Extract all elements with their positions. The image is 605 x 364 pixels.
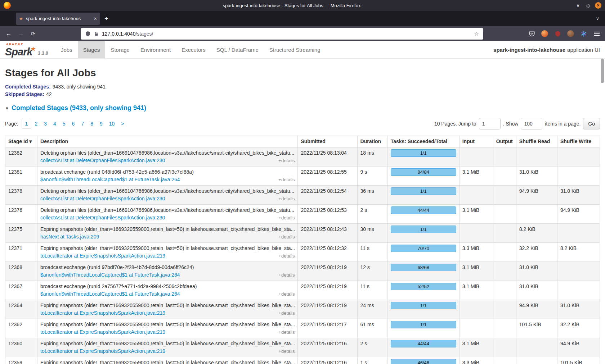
nav-item-executors[interactable]: Executors [176,41,211,58]
callsite-link[interactable]: toLocalIterator at ExpireSnapshotsSparkA… [40,252,165,260]
details-toggle[interactable]: +details [278,252,295,260]
shuffle-write-cell: 31.0 KiB [557,186,600,205]
details-toggle[interactable]: +details [278,195,295,203]
items-per-page-input[interactable] [521,118,542,129]
tasks-cell: 70/70 [387,243,459,262]
callsite-link[interactable]: collectAsList at DeleteOrphanFilesSparkA… [40,214,165,222]
new-tab-button[interactable]: + [104,15,108,23]
nav-item-storage[interactable]: Storage [105,41,135,58]
pinwheel-extension-icon[interactable] [579,29,588,38]
callsite-link[interactable]: $anonfun$withThreadLocalCaptured$1 at Fu… [40,176,180,183]
details-toggle[interactable]: +details [278,214,295,222]
nav-item-structured-streaming[interactable]: Structured Streaming [264,41,326,58]
page-link[interactable]: 8 [87,119,97,128]
page-link[interactable]: 3 [41,119,50,128]
page-link[interactable]: > [118,119,127,128]
reload-button[interactable]: ⟳ [28,29,38,39]
nav-item-jobs[interactable]: Jobs [55,41,78,58]
details-toggle[interactable]: +details [278,176,295,183]
nav-item-stages[interactable]: Stages [78,41,106,58]
input-cell: 3.1 MiB [459,338,493,357]
nav-item-sql-dataframe[interactable]: SQL / DataFrame [211,41,264,58]
completed-stages-section-header[interactable]: ▼ Completed Stages (9433, only showing 9… [5,104,600,112]
callsite-link[interactable]: toLocalIterator at ExpireSnapshotsSparkA… [40,347,165,355]
hamburger-menu-icon[interactable] [592,29,601,38]
details-toggle[interactable]: +details [278,271,295,279]
list-all-tabs-chevron-icon[interactable]: ∨ [596,16,599,21]
tasks-progress-bar: 1/1 [391,187,456,195]
jump-to-page-input[interactable] [479,118,501,129]
skipped-stages-link[interactable]: Skipped Stages: [5,91,44,97]
bookmark-star-icon[interactable]: ☆ [474,31,479,37]
page-link[interactable]: 4 [50,119,59,128]
column-header[interactable]: Stage Id ▾ [5,136,37,147]
input-cell: 3.1 MiB [459,262,493,281]
callsite-link[interactable]: collectAsList at DeleteOrphanFilesSparkA… [40,157,165,164]
ublock-shield-icon[interactable] [553,29,563,38]
page-link[interactable]: 2 [31,119,41,128]
callsite-link[interactable]: toLocalIterator at ExpireSnapshotsSparkA… [40,309,165,317]
details-toggle[interactable]: +details [278,309,295,317]
page-scrollbar[interactable] [601,59,604,83]
pocket-icon[interactable] [527,29,537,38]
skipped-stages-summary: Skipped Stages:42 [5,91,600,98]
completed-stages-link[interactable]: Completed Stages: [5,84,51,90]
page-links: 2 3 4 5 6 7 8 9 10 > [31,119,127,128]
lock-icon[interactable] [94,31,99,36]
back-button[interactable]: ← [4,29,14,39]
duration-cell: 9 s [357,167,387,186]
details-toggle[interactable]: +details [278,347,295,355]
column-header[interactable]: Tasks: Succeeded/Total [387,136,459,147]
callsite-link[interactable]: toLocalIterator at ExpireSnapshotsSparkA… [40,328,165,336]
input-cell: 3.3 MiB [459,243,493,262]
submitted-cell: 2022/11/25 08:12:17 [298,319,357,338]
submitted-cell: 2022/11/25 08:12:43 [298,224,357,243]
page-link[interactable]: 5 [59,119,69,128]
shield-icon[interactable] [85,31,91,37]
window-maximize-button[interactable]: ◇ [585,3,591,8]
page-link[interactable]: 10 [106,119,118,128]
callsite-link[interactable]: $anonfun$withThreadLocalCaptured$1 at Fu… [40,271,180,279]
tasks-cell: 44/44 [387,338,459,357]
window-minimize-button[interactable]: ∨ [575,3,581,8]
shuffle-read-cell: 31.0 KiB [516,262,557,281]
tab-close-icon[interactable]: × [94,16,97,22]
stages-summary: Completed Stages:9433, only showing 941 … [5,83,600,98]
callsite-link[interactable]: $anonfun$withThreadLocalCaptured$1 at Fu… [40,290,180,298]
browser-tab[interactable]: ★ spark-ingest-into-lakehous × [16,13,100,25]
account-avatar-icon[interactable] [540,29,550,38]
tasks-progress-bar: 44/44 [391,206,456,214]
column-header[interactable]: Description [37,136,298,147]
output-cell [493,281,516,300]
column-header[interactable]: Submitted [298,136,357,147]
profile-avatar-icon[interactable] [566,29,575,38]
go-button[interactable]: Go [583,118,600,129]
shuffle-read-cell: 94.9 KiB [516,186,557,205]
page-link[interactable]: 6 [69,119,78,128]
page-link[interactable]: 7 [78,119,87,128]
forward-button[interactable]: → [16,29,26,39]
callsite-link[interactable]: hasNext at Tasks.java:209 [40,233,99,241]
table-header-row: Stage Id ▾ Description Submitted Duratio… [5,136,600,147]
details-toggle[interactable]: +details [278,328,295,336]
shuffle-write-cell: 101.5 KiB [557,357,600,364]
tasks-cell: 84/84 [387,167,459,186]
details-toggle[interactable]: +details [278,233,295,241]
window-close-button[interactable]: × [595,2,601,9]
nav-item-environment[interactable]: Environment [135,41,176,58]
column-header[interactable]: Duration [357,136,387,147]
column-header[interactable]: Shuffle Read [516,136,557,147]
details-toggle[interactable]: +details [278,290,295,298]
column-header[interactable]: Shuffle Write [557,136,600,147]
url-bar[interactable]: 127.0.0.1:4040/stages/ ☆ [81,28,483,40]
description-cell: Deleting orphan files (older_than=166910… [37,205,298,224]
shuffle-write-cell: 94.9 KiB [557,338,600,357]
callsite-link[interactable]: collectAsList at DeleteOrphanFilesSparkA… [40,195,165,203]
page-link[interactable]: 9 [97,119,106,128]
current-page-button[interactable]: 1 [22,119,32,129]
window-title: spark-ingest-into-lakehouse - Stages for… [0,3,583,8]
details-toggle[interactable]: +details [278,157,295,164]
column-header[interactable]: Input [459,136,493,147]
output-cell [493,300,516,319]
column-header[interactable]: Output [493,136,516,147]
